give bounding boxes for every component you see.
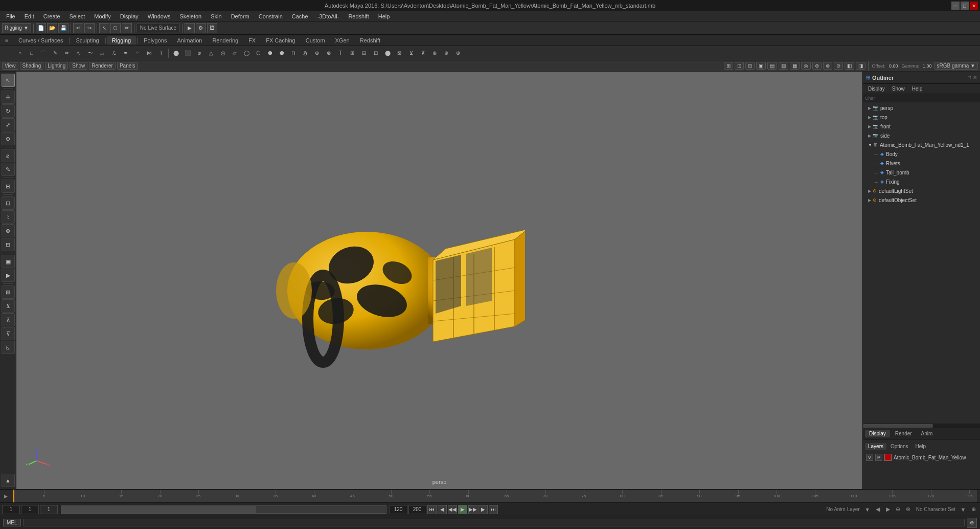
vp-gamma-dropdown[interactable]: sRGB gamma ▼: [935, 62, 978, 70]
tool-cube[interactable]: ⬛: [182, 48, 193, 59]
no-live-surface-label[interactable]: No Live Surface: [136, 24, 180, 32]
open-scene-btn[interactable]: 📂: [47, 23, 57, 33]
script-mode-selector[interactable]: MEL: [3, 519, 21, 526]
tree-item-bomb-group[interactable]: ▼ ⊞ Atomic_Bomb_Fat_Man_Yellow_nd1_1: [863, 140, 980, 149]
undo-btn[interactable]: ↩: [73, 23, 83, 33]
tool-circle[interactable]: ○: [14, 48, 26, 59]
play-forward-btn[interactable]: ▶▶: [468, 505, 477, 514]
tree-item-top[interactable]: ▶ 📷 top: [863, 113, 980, 122]
render-settings-btn[interactable]: ⚙: [196, 23, 206, 33]
close-button[interactable]: ✕: [970, 2, 978, 10]
minimize-button[interactable]: ─: [951, 2, 960, 10]
save-scene-btn[interactable]: 💾: [58, 23, 69, 33]
vp-lighting-menu[interactable]: Lighting: [45, 62, 68, 70]
tool-cone[interactable]: △: [206, 48, 217, 59]
tree-item-persp[interactable]: ▶ 📷 persp: [863, 103, 980, 113]
render-btn[interactable]: ▶: [185, 23, 195, 33]
range-end-field[interactable]: [390, 505, 407, 514]
select-mode-btn[interactable]: ↖: [99, 23, 109, 33]
mode-dropdown[interactable]: Rigging ▼: [2, 23, 31, 33]
tool-wave[interactable]: 〜: [85, 48, 96, 59]
tool-extra5[interactable]: ⊼: [417, 48, 428, 59]
new-scene-btn[interactable]: 📄: [36, 23, 46, 33]
tab-rigging[interactable]: Rigging: [107, 36, 136, 45]
outliner-scroll-thumb-h[interactable]: [863, 424, 933, 428]
tool-type[interactable]: T: [335, 48, 346, 59]
play-btn[interactable]: ▶: [458, 505, 467, 514]
playblast[interactable]: ▶: [2, 269, 15, 282]
tab-animation[interactable]: Animation: [172, 36, 207, 45]
vp-icon5[interactable]: ▤: [767, 62, 777, 70]
vp-renderer-menu[interactable]: Renderer: [89, 62, 116, 70]
tree-item-tail[interactable]: ⌙ ◈ Tail_bomb: [863, 168, 980, 177]
tree-item-lightset[interactable]: ▶ ⊙ defaultLightSet: [863, 186, 980, 195]
tool-ep[interactable]: ⌇: [155, 48, 167, 59]
viewport-3d[interactable]: persp X Y Z: [16, 72, 862, 489]
sculpt-tool[interactable]: ✎: [2, 163, 15, 176]
scale-tool[interactable]: ⤢: [2, 118, 15, 131]
anim-layer-icon3[interactable]: ⊕: [894, 505, 903, 514]
tool-plane[interactable]: ▱: [229, 48, 240, 59]
tree-item-body[interactable]: ⌙ ◈ Body: [863, 149, 980, 159]
tool-spline[interactable]: ℒ: [108, 48, 120, 59]
tab-rendering[interactable]: Rendering: [207, 36, 243, 45]
tool-extra6[interactable]: ⊚: [429, 48, 440, 59]
universal-tool[interactable]: ⊕: [2, 132, 15, 145]
sidebar-toggle[interactable]: ≡: [2, 36, 11, 45]
vp-icon10[interactable]: ⊗: [823, 62, 832, 70]
end-frame-field[interactable]: [408, 505, 426, 514]
snap-to-curve[interactable]: ⌇: [2, 210, 15, 224]
tab-polygons[interactable]: Polygons: [139, 36, 172, 45]
tool-extra4[interactable]: ⊻: [405, 48, 417, 59]
paint-btn[interactable]: ✏: [122, 23, 132, 33]
step-back-btn[interactable]: ◀: [438, 505, 447, 514]
outliner-float-btn[interactable]: □: [968, 75, 971, 80]
go-to-start-btn[interactable]: ⏮: [427, 505, 437, 514]
tool-helix[interactable]: ℌ: [300, 48, 311, 59]
layers-tab-help[interactable]: Help: [912, 443, 929, 450]
layers-tab-options[interactable]: Options: [887, 443, 911, 450]
vp-icon6[interactable]: ▥: [779, 62, 788, 70]
menu-cache[interactable]: Cache: [288, 12, 312, 20]
tool-extra7[interactable]: ⊛: [441, 48, 452, 59]
layer-visibility-btn[interactable]: V: [866, 454, 873, 461]
tool-extra8[interactable]: ⊕: [452, 48, 464, 59]
menu-display[interactable]: Display: [116, 12, 143, 20]
tool-cylinder[interactable]: ⌀: [194, 48, 205, 59]
outliner-menu-display[interactable]: Display: [865, 85, 888, 93]
anim-layer-icon2[interactable]: ▶: [883, 505, 893, 514]
menu-file[interactable]: File: [2, 12, 19, 20]
tool-box1[interactable]: ⊠: [2, 285, 15, 299]
tool-extra3[interactable]: ⊠: [394, 48, 405, 59]
tool-pencil[interactable]: ✒: [120, 48, 131, 59]
tool-prism[interactable]: ⬟: [276, 48, 287, 59]
tool-subdivide[interactable]: ⬢: [264, 48, 276, 59]
menu-windows[interactable]: Windows: [144, 12, 175, 20]
tree-item-side[interactable]: ▶ 📷 side: [863, 131, 980, 140]
vp-icon7[interactable]: ▦: [790, 62, 800, 70]
menu-redshift[interactable]: Redshift: [344, 12, 373, 20]
tab-xgen[interactable]: XGen: [330, 36, 355, 45]
step-forward-btn[interactable]: ▶: [478, 505, 488, 514]
command-line-input[interactable]: [23, 519, 965, 526]
tool-bottom1[interactable]: ▲: [2, 474, 15, 487]
menu-create[interactable]: Create: [39, 12, 64, 20]
char-set-icon[interactable]: ⊕: [969, 505, 978, 514]
soft-mod-tool[interactable]: ⌀: [2, 149, 15, 162]
lasso-btn[interactable]: ⬡: [110, 23, 121, 33]
layer-row-bomb[interactable]: V P Atomic_Bomb_Fat_Man_Yellow: [865, 452, 978, 462]
move-tool[interactable]: ✛: [2, 91, 15, 104]
tool-arc3[interactable]: ⌔: [132, 48, 143, 59]
vp-icon11[interactable]: ⊘: [834, 62, 843, 70]
tree-item-fixing[interactable]: ⌙ ◈ Fixing: [863, 177, 980, 186]
menu-select[interactable]: Select: [65, 12, 89, 20]
tool-extra2[interactable]: ⬤: [382, 48, 393, 59]
tool-box5[interactable]: ⊾: [2, 341, 15, 354]
tree-item-rivets[interactable]: ⌙ ◈ Rivets: [863, 159, 980, 168]
vp-show-menu[interactable]: Show: [70, 62, 87, 70]
tab-fx[interactable]: FX: [243, 36, 261, 45]
vp-icon12[interactable]: ◧: [845, 62, 854, 70]
current-frame-field[interactable]: [21, 505, 39, 514]
timeline-area[interactable]: ▶ 15101520253035404550556065707580859095…: [0, 489, 980, 502]
char-set-options-btn[interactable]: ▼: [959, 505, 968, 514]
